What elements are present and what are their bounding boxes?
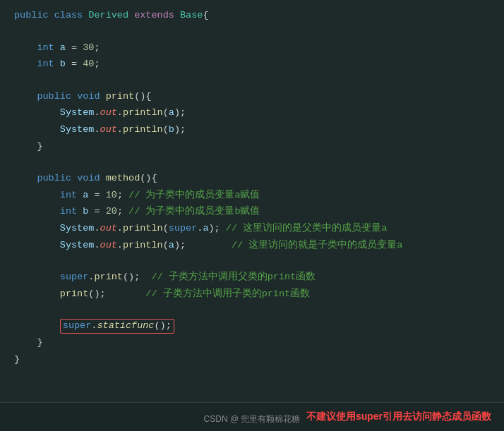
- code-line: [0, 154, 504, 170]
- code-line: }: [0, 351, 504, 368]
- code-line: [0, 253, 504, 269]
- warning-text: 不建议使用super引用去访问静态成员函数: [306, 411, 491, 423]
- code-line: }: [0, 138, 504, 155]
- code-line: super.staticfunc();: [0, 317, 504, 334]
- code-line: System.out.println(a);: [0, 104, 504, 121]
- code-line: int a = 30;: [0, 40, 504, 56]
- code-line: public class Derived extends Base{: [0, 7, 504, 24]
- code-line: System.out.println(b);: [0, 121, 504, 138]
- code-line: }: [0, 334, 504, 351]
- code-line: System.out.println(super.a); // 这里访问的是父类…: [0, 220, 504, 237]
- code-line: [0, 73, 504, 88]
- code-line: [0, 24, 504, 40]
- code-block: public class Derived extends Base{ int a…: [0, 0, 504, 402]
- code-line: print(); // 子类方法中调用子类的print函数: [0, 286, 504, 303]
- code-line: int b = 40;: [0, 56, 504, 73]
- code-line: int b = 20; // 为子类中的成员变量b赋值: [0, 203, 504, 220]
- brand-label: CSDN @ 兜里有颗棉花糖: [204, 413, 301, 425]
- code-line: [0, 302, 504, 317]
- code-line: super.print(); // 子类方法中调用父类的print函数: [0, 269, 504, 286]
- editor-container: public class Derived extends Base{ int a…: [0, 0, 504, 431]
- code-line: System.out.println(a); // 这里访问的就是子类中的成员变…: [0, 237, 504, 254]
- code-line: public void print(){: [0, 88, 504, 105]
- code-line: public void method(){: [0, 170, 504, 187]
- code-line: int a = 10; // 为子类中的成员变量a赋值: [0, 187, 504, 204]
